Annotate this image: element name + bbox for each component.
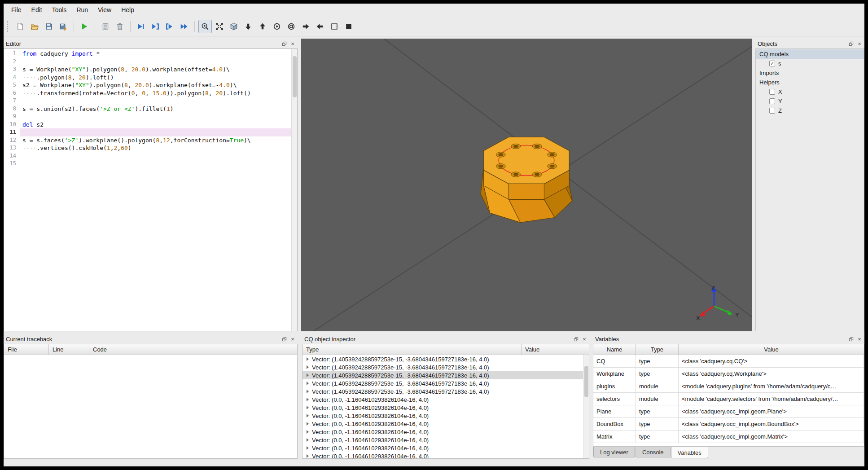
column-header-code[interactable]: Code	[89, 344, 297, 355]
inspector-row[interactable]: Vector: (1.4053924288597253e-15, -3.6804…	[302, 379, 589, 387]
tree-item-z[interactable]: Z	[756, 106, 864, 115]
close-panel-button[interactable]: ×	[289, 335, 296, 343]
render-button[interactable]	[78, 20, 91, 33]
save-button[interactable]	[42, 20, 56, 33]
tree-item-x[interactable]: X	[756, 87, 864, 97]
iso-view-button[interactable]	[227, 20, 241, 33]
left-view-button[interactable]	[299, 20, 312, 33]
bottom-view-button[interactable]	[256, 20, 269, 33]
menu-tools[interactable]: Tools	[47, 4, 72, 15]
code-line-10[interactable]: 10del s2	[4, 121, 291, 129]
column-header-type[interactable]: Type	[302, 344, 522, 355]
code-line-15[interactable]: 15	[4, 160, 291, 168]
scrollbar-thumb[interactable]	[584, 366, 588, 397]
expand-arrow-icon[interactable]	[307, 438, 309, 442]
code-line-12[interactable]: 12s = s.faces('>Z').workplane().polygon(…	[4, 136, 291, 145]
debug-step-out-button[interactable]	[163, 20, 176, 33]
top-view-button[interactable]	[241, 20, 255, 33]
expand-arrow-icon[interactable]	[307, 406, 309, 409]
close-panel-button[interactable]: ×	[581, 335, 588, 343]
variable-row-BoundBox[interactable]: BoundBoxtype<class 'cadquery.occ_impl.ge…	[593, 418, 864, 430]
code-line-14[interactable]: 14	[4, 152, 291, 160]
code-line-7[interactable]: 7	[4, 97, 291, 105]
checkbox-s[interactable]: ✓	[769, 61, 775, 66]
close-panel-button[interactable]: ×	[856, 40, 863, 47]
delete-button[interactable]	[113, 20, 127, 33]
debug-step-button[interactable]	[134, 20, 148, 33]
open-file-button[interactable]	[28, 20, 41, 33]
column-header-file[interactable]: File	[4, 344, 49, 355]
tree-item-helpers[interactable]: Helpers	[756, 78, 864, 87]
checkbox-z[interactable]	[769, 108, 775, 114]
code-line-1[interactable]: 1from cadquery import *	[4, 50, 291, 58]
column-header-name[interactable]: Name	[593, 344, 636, 355]
inspector-row[interactable]: Vector: (0.0, -1.1604610293826104e-16, 4…	[302, 428, 589, 436]
expand-arrow-icon[interactable]	[307, 357, 309, 361]
fit-all-button[interactable]	[213, 20, 226, 33]
front-view-button[interactable]	[270, 20, 284, 33]
inspector-scrollbar[interactable]	[583, 355, 589, 458]
debug-continue-button[interactable]	[177, 20, 191, 33]
save-as-button[interactable]	[57, 20, 70, 33]
code-line-2[interactable]: 2	[4, 58, 291, 66]
expand-arrow-icon[interactable]	[307, 373, 309, 377]
variable-row-Workplane[interactable]: Workplanetype<class 'cadquery.cq.Workpla…	[593, 368, 864, 380]
close-panel-button[interactable]: ×	[289, 40, 296, 47]
float-panel-button[interactable]	[847, 335, 855, 343]
close-panel-button[interactable]: ×	[856, 335, 863, 343]
tree-item-y[interactable]: Y	[756, 97, 864, 106]
tab-console[interactable]: Console	[636, 447, 671, 457]
expand-arrow-icon[interactable]	[307, 446, 309, 450]
right-view-button[interactable]	[313, 20, 327, 33]
inspector-row[interactable]: Vector: (0.0, -1.1604610293826104e-16, 4…	[302, 436, 589, 444]
expand-arrow-icon[interactable]	[307, 365, 309, 369]
new-file-button[interactable]	[13, 20, 27, 33]
editor-scrollbar[interactable]	[291, 49, 297, 331]
expand-arrow-icon[interactable]	[307, 422, 309, 426]
column-header-line[interactable]: Line	[49, 344, 89, 355]
tab-variables[interactable]: Variables	[671, 447, 708, 458]
checkbox-y[interactable]	[769, 98, 775, 104]
inspector-row[interactable]: Vector: (1.4053924288597253e-15, -3.6804…	[302, 363, 589, 371]
inspector-row[interactable]: Vector: (0.0, -1.1604610293826104e-16, 4…	[302, 444, 589, 452]
checkbox-x[interactable]	[769, 89, 775, 95]
code-line-9[interactable]: 9	[4, 113, 291, 121]
code-line-4[interactable]: 4····.polygon(8, 20).loft()	[4, 74, 291, 82]
fit-view-button[interactable]	[198, 20, 212, 33]
tab-log-viewer[interactable]: Log viewer	[593, 447, 635, 457]
back-view-button[interactable]	[285, 20, 298, 33]
variable-row-plugins[interactable]: pluginsmodule<module 'cadquery.plugins' …	[593, 380, 864, 393]
tree-item-s[interactable]: ✓s	[756, 59, 864, 68]
expand-arrow-icon[interactable]	[307, 414, 309, 417]
variable-row-Matrix[interactable]: Matrixtype<class 'cadquery.occ_impl.geom…	[593, 430, 864, 443]
float-panel-button[interactable]	[847, 40, 855, 47]
float-panel-button[interactable]	[281, 335, 288, 343]
debug-clipboard-button[interactable]	[99, 20, 112, 33]
code-line-5[interactable]: 5s2 = Workplane("XY").polygon(8, 20.0).w…	[4, 81, 291, 89]
float-panel-button[interactable]	[572, 335, 579, 343]
inspector-row[interactable]: Vector: (0.0, -1.1604610293826104e-16, 4…	[302, 404, 589, 412]
code-line-3[interactable]: 3s = Workplane("XY").polygon(8, 20.0).wo…	[4, 66, 291, 74]
debug-step-in-button[interactable]	[149, 20, 162, 33]
viewport-3d[interactable]: Z X Y	[301, 39, 752, 331]
column-header-value[interactable]: Value	[679, 344, 864, 355]
code-editor[interactable]: 1from cadquery import *23s = Workplane("…	[4, 49, 291, 331]
wireframe-view-button[interactable]	[328, 20, 341, 33]
toolbar-grip[interactable]	[7, 21, 9, 32]
inspector-row[interactable]: Vector: (0.0, -1.1604610293826104e-16, 4…	[302, 395, 589, 404]
variable-row-Plane[interactable]: Planetype<class 'cadquery.occ_impl.geom.…	[593, 405, 864, 418]
menu-view[interactable]: View	[93, 4, 116, 15]
expand-arrow-icon[interactable]	[307, 398, 309, 401]
column-header-type[interactable]: Type	[636, 344, 679, 355]
inspector-row[interactable]: Vector: (0.0, -1.1604610293826104e-16, 4…	[302, 420, 589, 428]
inspector-row[interactable]: Vector: (0.0, -1.1604610293826104e-16, 4…	[302, 412, 589, 420]
menu-run[interactable]: Run	[71, 4, 93, 15]
scrollbar-thumb[interactable]	[293, 56, 297, 97]
menu-edit[interactable]: Edit	[26, 4, 47, 15]
menu-file[interactable]: File	[6, 4, 26, 15]
tree-item-cq-models[interactable]: CQ models	[756, 49, 864, 59]
variable-row-CQ[interactable]: CQtype<class 'cadquery.cq.CQ'>	[593, 355, 864, 368]
cad-model[interactable]	[463, 124, 590, 228]
inspector-row[interactable]: Vector: (1.4053924288597253e-15, -3.6804…	[302, 355, 589, 363]
inspector-row[interactable]: Vector: (1.4053924288597253e-15, -3.6804…	[302, 387, 589, 395]
